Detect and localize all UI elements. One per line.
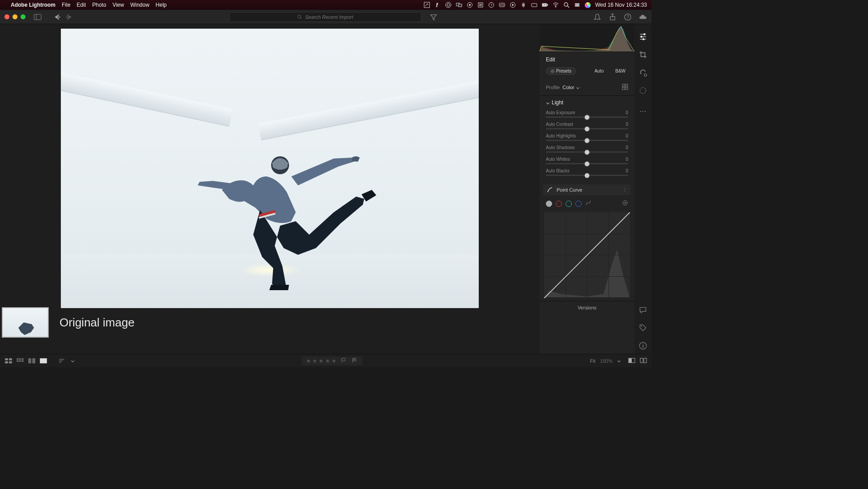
view-detail-icon[interactable] — [39, 358, 47, 364]
zoom-chevron-icon[interactable] — [617, 359, 621, 362]
auto-button[interactable]: Auto — [592, 68, 607, 74]
tone-curve[interactable] — [544, 212, 630, 297]
channel-luma[interactable] — [546, 201, 552, 207]
point-curve-menu-icon[interactable]: ⋮ — [622, 187, 627, 193]
menu-file[interactable]: File — [62, 2, 70, 8]
menubar-clock[interactable]: Wed 16 Nov 16:24:33 — [595, 2, 647, 8]
svg-rect-68 — [32, 358, 35, 363]
canvas-area[interactable]: Original image — [0, 24, 540, 354]
nav-back-icon[interactable] — [53, 13, 61, 21]
status-icon-1[interactable] — [424, 2, 430, 8]
filmstrip-thumbnail[interactable] — [2, 307, 49, 338]
photo-preview[interactable] — [61, 29, 479, 308]
help-icon[interactable]: ? — [624, 13, 632, 21]
notifications-icon[interactable] — [593, 13, 601, 21]
status-icon-circle[interactable] — [467, 2, 473, 8]
status-icon-bars[interactable] — [499, 2, 505, 8]
slider-blacks-track[interactable] — [546, 175, 628, 176]
filter-icon[interactable] — [430, 13, 438, 21]
svg-rect-0 — [424, 2, 430, 8]
profile-dropdown[interactable]: Color — [562, 85, 579, 90]
versions-button[interactable]: Versions — [540, 301, 634, 314]
status-icon-clock[interactable] — [488, 2, 494, 8]
curve-channel-row — [540, 198, 634, 210]
presets-button[interactable]: Presets — [546, 67, 576, 75]
svg-rect-59 — [5, 361, 8, 364]
window-maximize-button[interactable] — [21, 14, 26, 19]
svg-rect-64 — [17, 360, 19, 361]
edit-sliders-icon[interactable] — [638, 32, 647, 41]
point-curve-header[interactable]: Point Curve ⋮ — [543, 184, 631, 195]
zoom-value[interactable]: 100% — [600, 358, 613, 364]
siri-icon[interactable] — [585, 2, 591, 8]
rating-stars[interactable]: ★ ★ ★ ★ ★ — [306, 358, 336, 364]
original-toggle-icon[interactable] — [640, 358, 647, 364]
masking-icon[interactable] — [638, 86, 647, 95]
slider-exposure-track[interactable] — [546, 116, 628, 118]
svg-point-22 — [564, 3, 568, 6]
view-compare-icon[interactable] — [28, 358, 36, 364]
histogram[interactable] — [540, 24, 634, 52]
bluetooth-icon[interactable] — [520, 2, 527, 8]
fit-label[interactable]: Fit — [590, 358, 596, 364]
nav-forward-icon[interactable] — [65, 13, 73, 21]
status-icon-2[interactable] — [434, 2, 441, 8]
info-icon[interactable] — [638, 341, 647, 350]
svg-point-50 — [642, 38, 644, 40]
svg-point-43 — [625, 202, 626, 204]
flag-reject-icon[interactable] — [352, 358, 358, 364]
wifi-icon[interactable] — [553, 2, 559, 8]
window-minimize-button[interactable] — [13, 14, 17, 19]
tag-icon[interactable] — [638, 323, 647, 332]
search-input[interactable]: Search Recent Import — [229, 12, 421, 22]
slider-shadows: Auto Shadows0 — [546, 145, 628, 153]
channel-parametric-icon[interactable] — [585, 200, 591, 208]
light-section-header[interactable]: Light — [540, 96, 634, 109]
crop-icon[interactable] — [638, 50, 647, 59]
app-name[interactable]: Adobe Lightroom — [11, 2, 55, 8]
channel-red[interactable] — [556, 201, 562, 207]
sort-chevron-icon[interactable] — [71, 359, 74, 362]
bw-button[interactable]: B&W — [613, 68, 628, 74]
channel-green[interactable] — [566, 201, 572, 207]
status-icon-displays[interactable] — [456, 2, 462, 8]
share-icon[interactable] — [608, 13, 617, 21]
status-icon-play[interactable] — [510, 2, 516, 8]
svg-point-53 — [641, 326, 642, 327]
battery-icon[interactable] — [542, 2, 548, 8]
control-center-icon[interactable] — [574, 2, 580, 8]
more-icon[interactable]: ⋯ — [638, 107, 647, 116]
menu-view[interactable]: View — [112, 2, 124, 8]
status-icon-cc[interactable] — [445, 2, 451, 8]
svg-point-51 — [644, 74, 647, 77]
spotlight-icon[interactable] — [563, 2, 570, 8]
view-grid-icon[interactable] — [4, 358, 13, 364]
slider-thumb[interactable] — [584, 115, 590, 120]
menu-help[interactable]: Help — [156, 2, 167, 8]
before-after-icon[interactable] — [628, 358, 635, 364]
menu-photo[interactable]: Photo — [92, 2, 106, 8]
sidebar-toggle-icon[interactable] — [34, 13, 42, 21]
menu-edit[interactable]: Edit — [77, 2, 86, 8]
svg-rect-79 — [640, 358, 643, 363]
svg-rect-69 — [40, 358, 47, 363]
healing-icon[interactable] — [638, 68, 647, 77]
curve-target-icon[interactable] — [622, 200, 628, 208]
slider-whites: Auto Whites0 — [546, 157, 628, 164]
svg-rect-20 — [547, 4, 548, 6]
keyboard-icon[interactable] — [531, 2, 537, 8]
slider-highlights-track[interactable] — [546, 140, 628, 141]
view-grid-small-icon[interactable] — [16, 358, 24, 364]
window-close-button[interactable] — [4, 14, 9, 19]
slider-shadows-track[interactable] — [546, 151, 628, 153]
slider-contrast-track[interactable] — [546, 128, 628, 129]
status-icon-list[interactable] — [477, 2, 484, 8]
cloud-icon[interactable] — [639, 13, 647, 21]
sort-icon[interactable] — [58, 358, 66, 364]
menu-window[interactable]: Window — [130, 2, 149, 8]
channel-blue[interactable] — [575, 201, 582, 207]
slider-whites-track[interactable] — [546, 163, 628, 164]
comment-icon[interactable] — [638, 305, 647, 314]
profile-browser-icon[interactable] — [622, 84, 628, 91]
flag-pick-icon[interactable] — [341, 358, 347, 364]
